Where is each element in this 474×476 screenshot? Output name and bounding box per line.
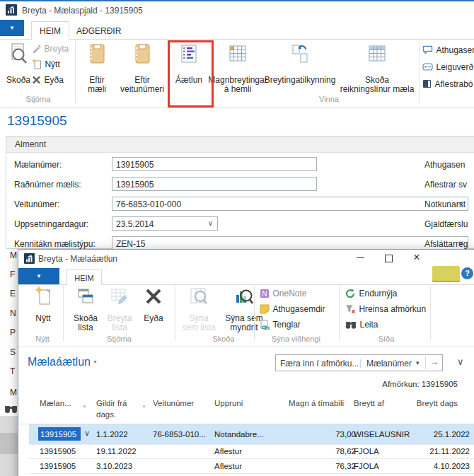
eftir-veitunumeri-button[interactable]: Eftir veitunúmeri — [115, 41, 169, 105]
aflestrabok-button[interactable]: Aflestrabó — [422, 77, 473, 90]
table-magnifier-icon — [190, 286, 208, 308]
pencil-icon — [32, 44, 41, 53]
onenote-button: N OneNote — [260, 286, 306, 299]
chevron-down-icon[interactable]: ∨ — [208, 220, 213, 227]
app-menu-button[interactable]: ▼ — [0, 20, 24, 36]
clipped-label-fragment: F — [10, 269, 15, 279]
dialog-app-menu-button[interactable]: ▼ — [18, 268, 59, 284]
afmorkun-label: Afmörkun: 13915905 — [382, 380, 458, 388]
uppsetningardagur-dropdown[interactable]: 23.5.2014 ∨ — [112, 216, 218, 231]
tenglar-button[interactable]: Tenglar — [260, 318, 301, 330]
highlight-mark — [432, 266, 460, 282]
table-row-selected[interactable]: 13915905 ∨ 1.1.2022 76-6853-010... Notan… — [29, 424, 474, 444]
filter-input[interactable]: Færa inn í afmörku... — [280, 359, 359, 368]
view-document-icon — [9, 42, 28, 65]
red-highlight-box — [168, 40, 214, 108]
tag-icon — [422, 63, 433, 71]
skoda-button[interactable]: Skoða — [4, 41, 33, 96]
table-row[interactable]: 13915905 19.11.2022 Aflestur 78,62 FJOLA… — [29, 445, 474, 458]
binoculars-icon — [4, 404, 18, 414]
chart-magnifier-icon — [235, 286, 253, 308]
radnumer-input[interactable]: 13915905 — [112, 177, 317, 191]
col-header-gildir-fra[interactable]: Gildir frá — [96, 399, 127, 407]
leita-button[interactable]: Leita — [345, 318, 378, 330]
expand-filter-chevron[interactable]: ∨ — [457, 356, 464, 367]
dialog-title: Breyta - Mælaáætlun — [38, 254, 117, 264]
main-titlebar: Breyta - Mælaspjald - 13915905 — [0, 1, 474, 19]
hreinsa-afmorkun-button[interactable]: Hreinsa afmörkun — [345, 302, 426, 315]
filter-column-caret[interactable]: ▾ — [416, 359, 420, 366]
field-label-afslattar: Afsláttarreg — [424, 239, 468, 249]
nytt-button[interactable]: Nýtt — [32, 57, 60, 69]
dialog-eyda-button[interactable]: Eyða — [137, 285, 170, 335]
app-icon — [24, 253, 35, 264]
tab-heim[interactable]: HEIM — [31, 21, 69, 40]
main-tabrow: ▼ HEIM AÐGERÐIR — [0, 19, 474, 40]
magnbreytingar-button[interactable]: Magnbreytingar á hemli — [208, 41, 267, 105]
maelanumer-input[interactable]: 13915905 — [112, 157, 317, 171]
eftir-maeli-button[interactable]: Eftir mæli — [79, 41, 115, 105]
veitunumer-dropdown[interactable]: 76-6853-010-000 ∨ — [112, 197, 468, 211]
leiguverd-button[interactable]: Leiguverð — [422, 60, 473, 73]
endurnyja-button[interactable]: Endurnýja — [345, 286, 398, 299]
syna-sem-lista-button: Sýna sem lista — [180, 285, 218, 335]
clear-filter-icon — [345, 304, 356, 314]
tab-adgerdir[interactable]: AÐGERÐIR — [76, 26, 121, 36]
athugasemdir-button[interactable]: Athugaser — [422, 43, 474, 56]
col-header-breytt-af[interactable]: Breytt af — [354, 399, 384, 407]
clipped-label-fragment: E — [10, 289, 16, 298]
notebook-icon — [133, 43, 151, 65]
clipped-label-fragment: S — [10, 347, 16, 357]
grid-blue-header-icon — [368, 43, 386, 65]
col-header-maelanumer[interactable]: Mælan... — [40, 399, 71, 407]
col-header-breytt-dags[interactable]: Breytt dags — [417, 399, 458, 407]
kennitakn-dropdown[interactable]: ZEN-15 ∨ — [112, 236, 468, 250]
sort-asc-icon: ▲ — [141, 403, 146, 408]
dialog-page-title[interactable]: Mælaáætlun ▾ — [28, 356, 96, 368]
dialog-titlebar[interactable]: Breyta - Mælaáætlun × — [18, 250, 474, 268]
caret-down-icon: ▼ — [36, 273, 42, 279]
app-icon — [6, 4, 17, 16]
sort-asc-icon: ▲ — [82, 403, 87, 408]
svg-text:N: N — [262, 290, 267, 298]
minimize-button[interactable] — [351, 252, 369, 265]
filter-column-select[interactable]: Mælanúmer — [366, 359, 412, 368]
clipped-label-fragment: M — [10, 250, 17, 260]
binoculars-icon — [345, 320, 357, 330]
group-label-stjorna: Stjórna — [82, 335, 156, 343]
delete-x-icon — [32, 76, 41, 84]
dialog-tab-heim[interactable]: HEIM — [67, 269, 102, 285]
group-label-vinna: Vinna — [297, 95, 361, 103]
book-icon — [422, 79, 432, 88]
maximize-button[interactable] — [379, 252, 398, 265]
dialog-nytt-button[interactable]: Nýtt — [25, 285, 61, 335]
speech-bubble-icon — [422, 45, 433, 54]
group-label-skoda: Skoða — [195, 335, 252, 343]
new-page-icon — [35, 286, 53, 310]
sticky-note-icon — [260, 304, 270, 314]
almennt-section: Almennt — [6, 136, 474, 249]
col-header-gildir-fra-2: dags. — [96, 410, 116, 419]
col-header-uppruni[interactable]: Uppruni — [214, 399, 243, 407]
dialog-athugasemdir-button[interactable]: Athugasemdir — [260, 302, 325, 315]
cell-dropdown-chevron[interactable]: ∨ — [84, 429, 90, 438]
windows-icon — [76, 286, 95, 308]
table-row[interactable]: 13915905 3.10.2023 Aflestur 76,32 FJOLA … — [29, 459, 474, 472]
eyda-button[interactable]: Eyða — [32, 73, 64, 84]
help-button[interactable]: ? — [461, 267, 473, 279]
caret-down-icon: ▾ — [93, 359, 96, 365]
col-header-magn[interactable]: Magn á tímabili — [289, 399, 344, 407]
breyta-lista-button: Breyta lista — [103, 285, 136, 335]
apply-filter-arrow-button[interactable]: → — [429, 356, 439, 367]
breyta-button[interactable]: Breyta — [32, 42, 69, 53]
col-header-veitunumer[interactable]: Veitunúmer — [153, 399, 194, 407]
delete-x-icon — [145, 288, 162, 306]
field-label-radnumer: Raðnúmer mælis: — [14, 180, 81, 190]
almennt-header[interactable]: Almennt — [6, 137, 474, 153]
skoda-lista-button[interactable]: Skoða lista — [69, 285, 102, 335]
selected-cell-editor[interactable]: 13915905 — [38, 427, 81, 441]
field-label-uppsetningardagur: Uppsetningardagur: — [14, 219, 88, 229]
close-button[interactable]: × — [407, 251, 426, 265]
help-icon: ? — [465, 269, 470, 277]
new-page-icon — [32, 59, 42, 69]
